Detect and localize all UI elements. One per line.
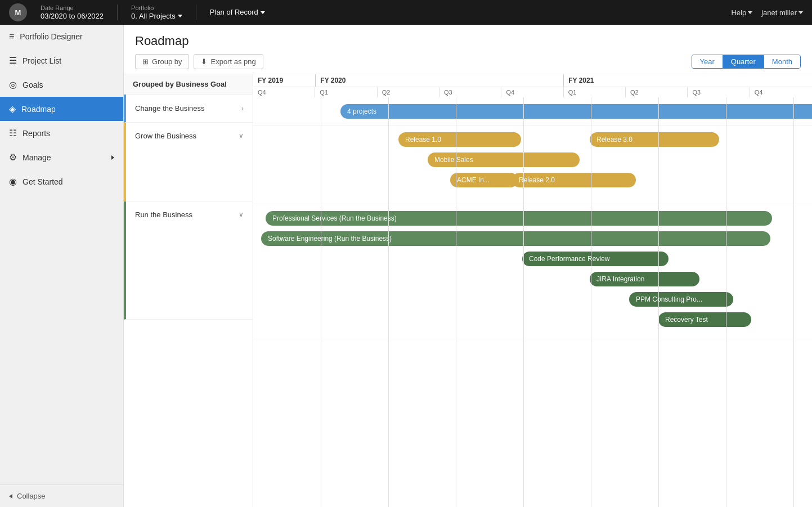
user-chevron-icon <box>798 11 803 14</box>
roadmap-icon: ◈ <box>9 104 16 114</box>
group-change-chevron-icon: › <box>241 105 244 113</box>
sidebar-item-label: Roadmap <box>21 105 56 114</box>
q2-2021: Q2 <box>626 87 688 97</box>
bar-label: Release 2.0 <box>519 176 555 184</box>
group-by-icon: ⊞ <box>142 57 149 66</box>
fy2020-label: FY 2020 <box>316 74 564 87</box>
bar-label: Code Performance Review <box>529 255 609 263</box>
plan-section: Plan of Record <box>210 8 265 17</box>
date-range-label: Date Range <box>41 5 104 12</box>
q3-2021: Q3 <box>688 87 750 97</box>
help-link[interactable]: Help <box>731 8 752 17</box>
q3-2020: Q3 <box>439 87 501 97</box>
bar-label: Software Engineering (Run the Business) <box>268 235 392 243</box>
bar-release10[interactable]: Release 1.0 <box>398 132 521 147</box>
q4-2020: Q4 <box>501 87 563 97</box>
user-menu[interactable]: janet miller <box>761 8 803 17</box>
bar-label: Recovery Test <box>665 316 708 324</box>
bar-label: Release 1.0 <box>405 136 441 143</box>
gantt-chart: FY 2019 FY 2020 FY 2021 Q4 Q1 Q2 Q3 Q4 Q… <box>253 74 812 507</box>
portfolio-value[interactable]: 0. All Projects <box>131 12 182 21</box>
content-area: Roadmap ⊞ Group by ⬇ Export as png Year … <box>124 25 812 507</box>
groups-header: Grouped by Business Goal <box>124 74 253 95</box>
time-toggle-group: Year Quarter Month <box>692 55 801 69</box>
group-run-label: Run the Business <box>135 210 192 219</box>
bar-software-engineering[interactable]: Software Engineering (Run the Business) <box>261 231 770 246</box>
sidebar-item-manage[interactable]: ⚙ Manage <box>0 145 123 169</box>
portfolio-label: Portfolio <box>131 5 182 12</box>
group-item-grow[interactable]: Grow the Business ∨ <box>124 123 253 201</box>
gantt-inner: FY 2019 FY 2020 FY 2021 Q4 Q1 Q2 Q3 Q4 Q… <box>253 74 812 507</box>
page-title: Roadmap <box>135 34 801 48</box>
bar-ppm[interactable]: PPM Consulting Pro... <box>629 292 733 307</box>
group-by-button[interactable]: ⊞ Group by <box>135 54 189 69</box>
plan-chevron-icon <box>261 11 265 14</box>
separator-2 <box>196 5 196 20</box>
time-toggle-year[interactable]: Year <box>692 55 723 68</box>
gantt-section-run: Professional Services (Run the Business)… <box>253 204 812 339</box>
gantt-section-change: 4 projects <box>253 97 812 125</box>
bar-label: Mobile Sales <box>434 156 473 164</box>
plan-value[interactable]: Plan of Record <box>210 8 265 17</box>
sidebar: ≡ Portfolio Designer ☰ Project List ◎ Go… <box>0 25 124 507</box>
collapse-label: Collapse <box>17 492 46 500</box>
bar-code-perf[interactable]: Code Performance Review <box>522 252 669 266</box>
bar-label: ACME In... <box>457 176 490 184</box>
bar-4projects[interactable]: 4 projects <box>340 104 812 119</box>
bar-jira[interactable]: JIRA Integration <box>590 272 699 286</box>
group-item-change[interactable]: Change the Business › <box>124 95 253 123</box>
portfolio-chevron-icon <box>178 15 182 17</box>
sidebar-item-project-list[interactable]: ☰ Project List <box>0 48 123 73</box>
portfolio-section: Portfolio 0. All Projects <box>131 5 182 21</box>
sidebar-item-label: Portfolio Designer <box>20 32 82 41</box>
bar-label: JIRA Integration <box>596 275 644 283</box>
app-logo[interactable]: M <box>9 3 27 21</box>
get-started-icon: ◉ <box>9 176 17 187</box>
separator-1 <box>117 5 118 20</box>
reports-icon: ☷ <box>9 128 17 138</box>
time-toggle-month[interactable]: Month <box>764 55 800 68</box>
q4-2019: Q4 <box>253 87 315 97</box>
bar-release30[interactable]: Release 3.0 <box>590 132 719 147</box>
export-icon: ⬇ <box>201 57 207 66</box>
sidebar-item-get-started[interactable]: ◉ Get Started <box>0 169 123 194</box>
export-button[interactable]: ⬇ Export as png <box>194 54 263 69</box>
sidebar-item-label: Project List <box>23 56 61 65</box>
gantt-sections: 4 projects Release 1.0 Release 3.0 <box>253 97 812 507</box>
group-grow-label: Grow the Business <box>135 132 196 140</box>
bar-label: Professional Services (Run the Business) <box>272 214 397 222</box>
topbar: M Date Range 03/2020 to 06/2022 Portfoli… <box>0 0 812 25</box>
date-range-value[interactable]: 03/2020 to 06/2022 <box>41 12 104 21</box>
date-range-section: Date Range 03/2020 to 06/2022 <box>41 5 104 21</box>
gantt-section-grow: Release 1.0 Release 3.0 Mobile Sales <box>253 125 812 204</box>
bar-recovery-test[interactable]: Recovery Test <box>658 312 751 327</box>
sidebar-item-reports[interactable]: ☷ Reports <box>0 121 123 145</box>
group-run-chevron-icon: ∨ <box>239 210 244 218</box>
q4-2021: Q4 <box>750 87 812 97</box>
bar-mobile-sales[interactable]: Mobile Sales <box>428 152 580 167</box>
sidebar-item-label: Goals <box>23 80 43 89</box>
content-header: Roadmap ⊞ Group by ⬇ Export as png Year … <box>124 25 812 74</box>
portfolio-designer-icon: ≡ <box>9 32 14 42</box>
q1-2021: Q1 <box>564 87 626 97</box>
bar-professional-services[interactable]: Professional Services (Run the Business) <box>266 211 772 226</box>
group-grow-chevron-icon: ∨ <box>239 132 244 140</box>
bar-release20[interactable]: Release 2.0 <box>512 173 636 187</box>
sidebar-item-roadmap[interactable]: ◈ Roadmap <box>0 97 123 121</box>
groups-panel: Grouped by Business Goal Change the Busi… <box>124 74 253 507</box>
group-item-run[interactable]: Run the Business ∨ <box>124 201 253 320</box>
content-toolbar: ⊞ Group by ⬇ Export as png Year Quarter … <box>135 54 801 69</box>
sidebar-item-portfolio-designer[interactable]: ≡ Portfolio Designer <box>0 25 123 48</box>
bar-label: Release 3.0 <box>596 136 632 143</box>
sidebar-item-label: Manage <box>23 153 51 162</box>
time-toggle-quarter[interactable]: Quarter <box>723 55 764 68</box>
fy2019-label: FY 2019 <box>253 74 316 87</box>
gantt-empty-space <box>253 339 812 507</box>
group-change-label: Change the Business <box>135 104 205 113</box>
help-chevron-icon <box>748 11 752 14</box>
manage-chevron-icon <box>111 155 114 160</box>
sidebar-collapse[interactable]: Collapse <box>0 484 123 507</box>
sidebar-item-goals[interactable]: ◎ Goals <box>0 73 123 97</box>
gantt-header: FY 2019 FY 2020 FY 2021 Q4 Q1 Q2 Q3 Q4 Q… <box>253 74 812 97</box>
bar-acme[interactable]: ACME In... <box>450 173 518 187</box>
